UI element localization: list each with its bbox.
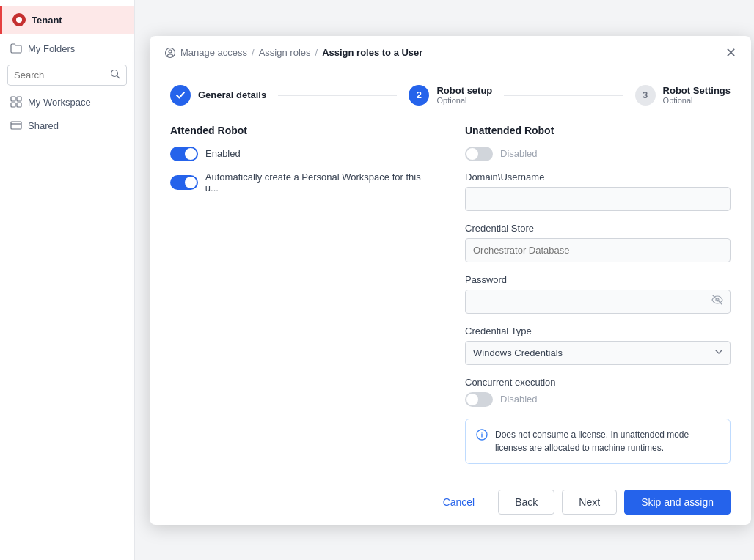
concurrent-execution-label: Concurrent execution — [465, 377, 731, 388]
step-2-text: Robot setup Optional — [436, 85, 492, 105]
concurrent-execution-disabled-label: Disabled — [500, 394, 538, 405]
step-1-text: General details — [198, 89, 266, 100]
search-input[interactable] — [8, 66, 104, 84]
unattended-disabled-slider — [465, 147, 493, 161]
svg-point-0 — [16, 17, 22, 23]
svg-rect-5 — [17, 103, 21, 107]
step-1-circle — [170, 85, 191, 106]
search-icon — [110, 69, 120, 79]
step-3-sublabel: Optional — [663, 96, 731, 105]
credential-store-input[interactable] — [465, 238, 731, 262]
password-wrapper — [465, 290, 731, 314]
sidebar-tenant-label: Tenant — [32, 15, 62, 26]
cancel-button[interactable]: Cancel — [427, 490, 491, 514]
step-3-circle: 3 — [635, 85, 656, 106]
breadcrumb-sep-1: / — [252, 47, 255, 58]
manage-access-icon — [164, 46, 176, 59]
credential-type-label: Credential Type — [465, 325, 731, 336]
step-1-label: General details — [198, 89, 266, 100]
svg-point-11 — [481, 432, 482, 432]
shared-icon — [10, 119, 22, 131]
concurrent-execution-toggle[interactable] — [465, 392, 493, 407]
svg-rect-2 — [11, 97, 15, 101]
credential-type-field: Credential Type Windows Credentials — [465, 325, 731, 365]
modal-body: Attended Robot Enabled Automatically cre… — [150, 117, 751, 479]
modal-header: Manage access / Assign roles / Assign ro… — [150, 36, 751, 70]
modal-close-button[interactable]: ✕ — [725, 46, 736, 59]
password-field: Password — [465, 274, 731, 314]
breadcrumb-assign-roles[interactable]: Assign roles — [259, 47, 311, 58]
info-box: Does not consume a license. In unattende… — [465, 419, 731, 464]
next-button[interactable]: Next — [562, 490, 617, 515]
modal: Manage access / Assign roles / Assign ro… — [150, 36, 751, 525]
skip-assign-button[interactable]: Skip and assign — [624, 490, 731, 515]
attended-enabled-slider — [170, 147, 198, 161]
sidebar-search — [7, 65, 127, 86]
step-3-label: Robot Settings — [663, 85, 731, 96]
credential-type-select[interactable]: Windows Credentials — [465, 341, 731, 365]
svg-rect-4 — [11, 103, 15, 107]
tenant-icon — [12, 13, 26, 26]
auto-workspace-toggle[interactable] — [170, 175, 198, 190]
step-3: 3 Robot Settings Optional — [635, 85, 731, 106]
svg-rect-3 — [17, 97, 21, 101]
password-label: Password — [465, 274, 731, 285]
auto-workspace-slider — [170, 175, 198, 190]
credential-store-label: Credential Store — [465, 223, 731, 234]
sidebar-item-shared[interactable]: Shared — [0, 114, 134, 137]
step-2-number: 2 — [417, 89, 422, 100]
concurrent-execution-field: Concurrent execution Disabled — [465, 377, 731, 407]
step-line-2 — [504, 95, 623, 96]
domain-username-label: Domain\Username — [465, 172, 731, 183]
auto-workspace-row: Automatically create a Personal Workspac… — [170, 172, 436, 194]
password-eye-icon[interactable] — [711, 294, 723, 309]
breadcrumb-manage-access[interactable]: Manage access — [180, 47, 247, 58]
modal-footer: Cancel Back Next Skip and assign — [150, 479, 751, 525]
main-content: Manage access / Assign roles / Assign ro… — [135, 0, 754, 560]
auto-workspace-label: Automatically create a Personal Workspac… — [205, 172, 436, 194]
unattended-disabled-toggle[interactable] — [465, 147, 493, 161]
concurrent-execution-slider — [465, 392, 493, 407]
stepper: General details 2 Robot setup Optional 3 — [150, 70, 751, 117]
info-box-text: Does not consume a license. In unattende… — [495, 428, 720, 454]
search-button[interactable] — [104, 65, 126, 85]
step-1: General details — [170, 85, 266, 106]
shared-label: Shared — [28, 120, 59, 131]
svg-point-8 — [169, 50, 172, 53]
attended-enabled-toggle[interactable] — [170, 147, 198, 161]
unattended-robot-section: Unattended Robot Disabled Domain\Usernam… — [465, 125, 731, 464]
credential-store-field: Credential Store — [465, 223, 731, 262]
attended-enabled-row: Enabled — [170, 147, 436, 161]
password-input[interactable] — [465, 290, 731, 314]
breadcrumb-sep-2: / — [315, 47, 318, 58]
unattended-robot-title: Unattended Robot — [465, 125, 731, 136]
step-2-sublabel: Optional — [436, 96, 492, 105]
sidebar-my-folders[interactable]: My Folders — [0, 37, 134, 60]
svg-rect-6 — [11, 122, 21, 129]
unattended-disabled-label: Disabled — [500, 148, 538, 159]
domain-username-field: Domain\Username — [465, 172, 731, 211]
credential-type-wrapper: Windows Credentials — [465, 341, 731, 365]
step-3-number: 3 — [643, 89, 648, 100]
attended-enabled-label: Enabled — [205, 148, 241, 159]
sidebar: Tenant My Folders My Workspace Sha — [0, 0, 135, 560]
sidebar-item-workspace[interactable]: My Workspace — [0, 90, 134, 114]
workspace-icon — [10, 96, 22, 108]
step-2-label: Robot setup — [436, 85, 492, 96]
step-2-circle: 2 — [409, 85, 429, 106]
back-button[interactable]: Back — [498, 490, 554, 515]
concurrent-execution-toggle-row: Disabled — [465, 392, 731, 407]
step-2: 2 Robot setup Optional — [409, 85, 492, 106]
domain-username-input[interactable] — [465, 187, 731, 211]
unattended-disabled-row: Disabled — [465, 147, 731, 161]
breadcrumb: Manage access / Assign roles / Assign ro… — [164, 46, 422, 59]
info-icon — [476, 429, 488, 443]
attended-robot-title: Attended Robot — [170, 125, 436, 136]
breadcrumb-current: Assign roles to a User — [322, 47, 422, 58]
step-3-text: Robot Settings Optional — [663, 85, 731, 105]
sidebar-tenant[interactable]: Tenant — [0, 6, 134, 34]
workspace-label: My Workspace — [28, 97, 91, 108]
attended-robot-section: Attended Robot Enabled Automatically cre… — [170, 125, 436, 464]
step-line-1 — [278, 95, 397, 96]
folder-icon — [10, 43, 22, 54]
